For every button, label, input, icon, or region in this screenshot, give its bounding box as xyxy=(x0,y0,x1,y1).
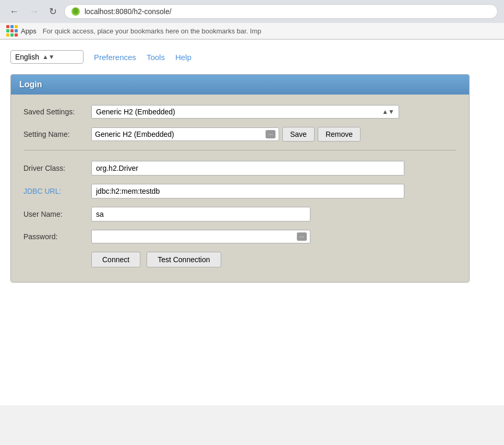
url-input[interactable] xyxy=(85,7,491,16)
svg-point-1 xyxy=(73,8,78,14)
password-row: Password: ··· xyxy=(23,230,457,243)
help-link[interactable]: Help xyxy=(175,53,191,62)
action-buttons-row: Connect Test Connection xyxy=(91,252,457,267)
apps-dot xyxy=(6,33,9,37)
apps-dot xyxy=(6,29,9,32)
address-bar[interactable] xyxy=(64,4,498,19)
user-name-label: User Name: xyxy=(23,210,91,218)
test-connection-button[interactable]: Test Connection xyxy=(147,252,221,267)
password-label: Password: xyxy=(23,232,91,241)
apps-dot xyxy=(10,25,14,28)
separator xyxy=(23,150,457,150)
user-name-row: User Name: xyxy=(23,207,457,221)
preferences-link[interactable]: Preferences xyxy=(94,53,136,62)
login-body: Saved Settings: Generic H2 (Embedded) ▲▼… xyxy=(11,95,469,282)
driver-class-input[interactable] xyxy=(91,161,404,175)
apps-item[interactable]: Apps xyxy=(6,25,37,37)
setting-name-label: Setting Name: xyxy=(23,130,91,138)
save-button[interactable]: Save xyxy=(282,127,315,142)
apps-dot xyxy=(10,29,14,32)
login-panel: Login Saved Settings: Generic H2 (Embedd… xyxy=(10,74,470,283)
driver-class-label: Driver Class: xyxy=(23,164,91,172)
setting-name-input-wrapper: ··· xyxy=(91,127,279,141)
password-input-wrapper: ··· xyxy=(91,230,310,243)
jdbc-url-label[interactable]: JDBC URL: xyxy=(23,187,91,195)
driver-class-row: Driver Class: xyxy=(23,161,457,175)
apps-dot xyxy=(6,25,9,28)
jdbc-url-input[interactable] xyxy=(91,184,404,198)
page-content: English ▲▼ Preferences Tools Help Login … xyxy=(0,40,504,405)
bookmarks-bar: Apps For quick access, place your bookma… xyxy=(0,23,504,39)
language-value: English xyxy=(15,53,39,61)
apps-label: Apps xyxy=(21,27,37,35)
jdbc-url-row: JDBC URL: xyxy=(23,184,457,198)
login-title: Login xyxy=(19,80,42,89)
reload-button[interactable]: ↻ xyxy=(46,5,60,18)
saved-settings-value: Generic H2 (Embedded) xyxy=(96,108,175,116)
apps-dot xyxy=(15,33,18,37)
saved-settings-arrows-icon: ▲▼ xyxy=(382,108,394,115)
apps-grid-icon xyxy=(6,25,18,37)
setting-name-row: Setting Name: ··· Save Remove xyxy=(23,127,457,142)
apps-dot xyxy=(15,29,18,32)
setting-name-input-group: ··· Save Remove xyxy=(91,127,361,142)
setting-name-dots-button[interactable]: ··· xyxy=(266,130,275,138)
bookmarks-hint: For quick access, place your bookmarks h… xyxy=(43,27,261,35)
top-nav: English ▲▼ Preferences Tools Help xyxy=(10,50,494,64)
apps-dot xyxy=(15,25,18,28)
login-header: Login xyxy=(11,75,469,95)
favicon-icon xyxy=(71,7,80,16)
setting-name-input[interactable] xyxy=(95,130,263,138)
saved-settings-row: Saved Settings: Generic H2 (Embedded) ▲▼ xyxy=(23,105,457,119)
browser-chrome: ← → ↻ Apps For quick access, place your … xyxy=(0,0,504,40)
password-dots-button[interactable]: ··· xyxy=(297,232,307,241)
back-button[interactable]: ← xyxy=(6,5,22,18)
language-select[interactable]: English ▲▼ xyxy=(10,50,83,64)
tools-link[interactable]: Tools xyxy=(147,53,165,62)
language-select-arrows-icon: ▲▼ xyxy=(42,53,55,61)
browser-toolbar: ← → ↻ xyxy=(0,0,504,23)
connect-button[interactable]: Connect xyxy=(91,252,140,267)
user-name-input[interactable] xyxy=(91,207,310,221)
remove-button[interactable]: Remove xyxy=(318,127,361,142)
saved-settings-select[interactable]: Generic H2 (Embedded) ▲▼ xyxy=(91,105,399,119)
saved-settings-label: Saved Settings: xyxy=(23,108,91,116)
apps-dot xyxy=(10,33,14,37)
forward-button[interactable]: → xyxy=(26,5,42,18)
password-input[interactable] xyxy=(95,232,295,241)
